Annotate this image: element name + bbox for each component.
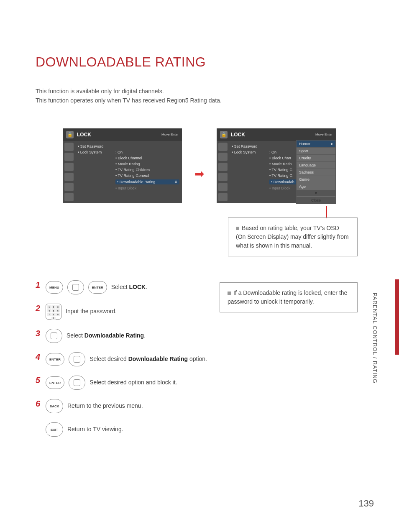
osd-item: • Input Block [269,186,290,190]
step-number: 5 [36,376,41,385]
osd-item: • TV Rating-C [269,168,292,172]
sidebar-icon [218,163,228,171]
updown-icon: ⇕ [174,180,178,184]
nav-button[interactable] [69,352,85,366]
sidebar-icon [64,173,74,181]
step-text: Select LOCK. [111,283,147,292]
dot-icon: ● [331,142,333,146]
step-text: Return to the previous menu. [67,402,143,410]
sidebar-icon [218,143,228,151]
sidebar-icon [218,193,228,201]
lock-icon: 🔒 [66,131,74,138]
step-text: Select desired Downloadable Rating optio… [90,355,207,363]
arrow-right-icon: ➡ [194,167,204,181]
popup-item: Cruelty [297,155,335,162]
nav-button[interactable] [46,329,62,343]
step-number: 2 [36,304,41,313]
bullet-icon [236,227,239,230]
step-text: Input the password. [66,307,117,316]
sidebar-icon [218,183,228,191]
popup-close: Close [297,197,335,204]
nav-button[interactable] [69,376,85,390]
step-number: 1 [36,280,41,290]
osd-item: • Set Password [232,144,269,148]
page-number: 139 [358,498,374,509]
step-number: 3 [36,329,41,338]
sidebar-icon [64,163,74,171]
sidebar-icon [64,183,74,191]
step-text: Select Downloadable Rating. [66,332,146,340]
numpad-button[interactable]: 1234567890 [46,304,61,320]
back-button[interactable]: BACK [46,399,63,413]
popup-item: Sport [297,148,335,155]
note-osd-differ: Based on rating table, your TV's OSD (On… [228,217,358,256]
sidebar-icon [64,193,74,201]
osd-item: • Movie Ratin [269,162,292,166]
osd-value: : On [115,150,123,154]
popup-item: Humor [299,142,310,146]
popup-item: Sadness [297,169,335,176]
osd-hint: Move Enter [315,133,332,136]
page-title: DOWNLOADABLE RATING [36,54,363,70]
osd-item: • Lock System [78,150,115,154]
sidebar-icon [64,143,74,151]
osd-item: • Lock System [232,150,269,154]
osd-title: LOCK [231,132,312,138]
lock-icon: 🔒 [220,131,228,138]
section-tab [395,279,399,355]
popup-item: Age [297,183,335,190]
osd-item: • Block Channel [115,156,142,160]
step-number: 4 [36,352,41,362]
sidebar-icon [64,153,74,161]
section-label: PARENTAL CONTROL / RATING [372,293,378,384]
osd-hint: Move Enter [161,133,179,136]
osd-item: • Block Chan [269,156,291,160]
bullet-icon [228,292,231,295]
osd-item: • TV Rating-General [115,174,149,178]
osd-item: • Movie Rating [115,162,140,166]
enter-button[interactable]: ENTER [46,353,64,366]
sidebar-icon [218,153,228,161]
callout-line [326,206,327,218]
nav-button[interactable] [67,280,84,294]
osd-title: LOCK [77,132,158,138]
osd-item: • TV Rating-G [269,174,293,178]
step-number: 6 [36,399,41,409]
note-password: If a Downloadable rating is locked, ente… [220,282,358,312]
osd-item-selected: • Downloadable Rating [117,180,155,184]
popup-item: Language [297,162,335,169]
step-text: Select desired option and block it. [90,379,177,387]
osd-item: • TV Rating-Children [115,168,150,172]
menu-button[interactable]: MENU [46,281,63,294]
enter-button[interactable]: ENTER [88,281,107,294]
rating-popup: Humor● Sport Cruelty Language Sadness Ge… [296,140,336,204]
step-text: Return to TV viewing. [67,425,123,434]
intro-line-1: This function is available only for digi… [36,87,363,96]
popup-item: Genre [297,176,335,183]
sidebar-icon [218,173,228,181]
intro-line-2: This function operates only when TV has … [36,96,363,105]
down-arrow-icon: ▼ [297,190,335,196]
osd-item: • Input Block [115,186,136,190]
exit-button[interactable]: EXIT [46,422,63,437]
osd-item-selected: • Downloadab [271,180,294,184]
enter-button[interactable]: ENTER [46,376,64,389]
osd-item: • Set Password [78,144,115,148]
osd-value: : On [269,150,276,154]
osd-screenshot-left: 🔒 LOCK Move Enter • Set Password • Lock … [63,128,182,203]
